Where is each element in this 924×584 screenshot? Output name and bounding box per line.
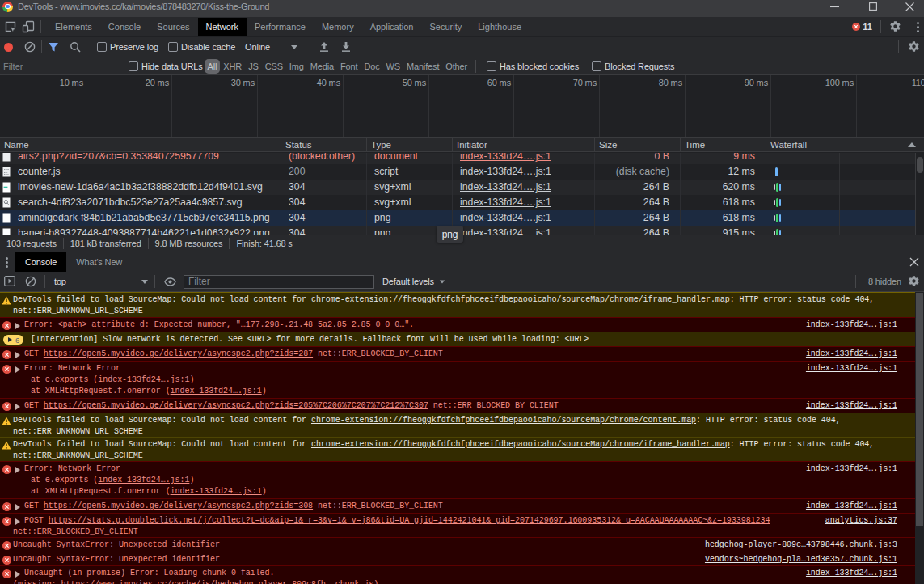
tab-security[interactable]: Security xyxy=(421,18,470,36)
source-location-link[interactable]: hedgehog-player-809c…43798446.chunk.js:3 xyxy=(705,540,897,549)
source-location-link[interactable]: index-133fd24….js:1 xyxy=(806,501,897,510)
expand-triangle-icon[interactable] xyxy=(15,366,20,373)
message-link[interactable]: https://stats.g.doubleclick.net/j/collec… xyxy=(49,516,770,525)
network-filter-input[interactable] xyxy=(3,61,120,71)
tab-memory[interactable]: Memory xyxy=(314,18,362,36)
filter-pill-doc[interactable]: Doc xyxy=(361,59,382,74)
console-error-message[interactable]: GET https://open5.myvideo.ge/delivery/as… xyxy=(0,398,915,413)
tab-network[interactable]: Network xyxy=(198,18,247,36)
source-location-link[interactable]: index-133fd24….js:1 xyxy=(806,364,897,373)
expand-triangle-icon[interactable] xyxy=(15,467,20,473)
column-header-size[interactable]: Size xyxy=(594,138,680,152)
tab-performance[interactable]: Performance xyxy=(247,18,314,36)
preserve-log-checkbox[interactable] xyxy=(97,42,107,52)
scrollbar-thumb[interactable] xyxy=(917,157,923,173)
live-expression-eye-icon[interactable] xyxy=(164,276,175,287)
network-settings-gear-icon[interactable] xyxy=(908,40,920,54)
tab-console[interactable]: Console xyxy=(100,18,149,36)
drawer-close-icon[interactable] xyxy=(909,257,919,269)
disable-cache-checkbox[interactable] xyxy=(168,42,178,52)
hide-data-urls-checkbox[interactable] xyxy=(129,61,138,71)
request-row[interactable]: airs2.php?zid=207&cb=0.3538407259577709(… xyxy=(0,153,915,164)
network-overview-timeline[interactable]: 10 ms20 ms30 ms40 ms50 ms60 ms70 ms80 ms… xyxy=(0,75,924,138)
source-location-link[interactable]: index-133fd24….js:1 xyxy=(806,349,897,358)
console-sidebar-toggle-icon[interactable] xyxy=(4,276,15,287)
search-icon[interactable] xyxy=(70,41,81,53)
message-link[interactable]: index-133fd24….js:1 xyxy=(171,487,262,496)
message-link[interactable]: chrome-extension://fheoggkfdfchfphceeifd… xyxy=(311,416,696,425)
drawer-tab-console[interactable]: Console xyxy=(15,252,66,272)
console-warning-message[interactable]: 6[Intervention] Slow network is detected… xyxy=(0,332,915,346)
expand-triangle-icon[interactable] xyxy=(15,518,20,525)
request-initiator-link[interactable]: index-133fd24….js:1 xyxy=(456,195,593,210)
source-location-link[interactable]: index-133fd24….js:1 xyxy=(806,320,897,329)
device-toolbar-icon[interactable] xyxy=(22,20,35,33)
source-location-link[interactable]: index-133fd24….js:1 xyxy=(806,464,897,473)
console-error-message[interactable]: Error: Network Errorat e.exports (index-… xyxy=(0,461,915,498)
filter-pill-font[interactable]: Font xyxy=(337,59,361,74)
filter-pill-all[interactable]: All xyxy=(205,59,221,74)
message-link[interactable]: index-133fd24….js:1 xyxy=(98,476,189,485)
clear-console-icon[interactable] xyxy=(25,276,36,287)
filter-pill-css[interactable]: CSS xyxy=(262,59,286,74)
expand-triangle-icon[interactable] xyxy=(15,571,20,578)
inspect-element-icon[interactable] xyxy=(4,20,17,33)
message-link[interactable]: (missing: https://www.imovies.cc/cache/j… xyxy=(13,580,378,584)
expand-triangle-icon[interactable] xyxy=(15,404,20,410)
filter-pill-img[interactable]: Img xyxy=(286,59,307,74)
tab-elements[interactable]: Elements xyxy=(47,18,100,36)
tab-application[interactable]: Application xyxy=(362,18,422,36)
column-header-time[interactable]: Time xyxy=(680,138,766,152)
column-header-type[interactable]: Type xyxy=(366,138,452,152)
tab-sources[interactable]: Sources xyxy=(149,18,197,36)
record-network-log-button[interactable] xyxy=(4,43,13,52)
console-error-message[interactable]: GET https://open5.myvideo.ge/delivery/as… xyxy=(0,498,915,513)
requests-table-scrollbar[interactable] xyxy=(917,154,923,218)
console-error-message[interactable]: Uncaught SyntaxError: Unexpected identif… xyxy=(0,537,915,552)
console-warning-message[interactable]: DevTools failed to load SourceMap: Could… xyxy=(0,292,915,317)
has-blocked-cookies-checkbox[interactable] xyxy=(487,61,496,71)
request-initiator-link[interactable]: index-133fd24….js:1 xyxy=(456,164,593,180)
request-initiator-link[interactable]: index-133fd24….js:1 xyxy=(456,153,593,164)
request-initiator-link[interactable]: index-133fd24….js:1 xyxy=(456,210,593,226)
request-row[interactable]: amindigedark-f84b1b21aba5d5e37715cb97efc… xyxy=(0,210,915,226)
blocked-requests-checkbox[interactable] xyxy=(592,61,601,71)
filter-pill-other[interactable]: Other xyxy=(442,59,470,74)
expand-triangle-icon[interactable] xyxy=(15,352,20,358)
drawer-kebab-icon[interactable] xyxy=(6,256,8,269)
filter-pill-media[interactable]: Media xyxy=(307,59,337,74)
window-close-button[interactable] xyxy=(897,0,922,13)
source-location-link[interactable]: vendors~hedgehog-pla…1ed3e357.chunk.js:1 xyxy=(705,555,897,564)
tab-lighthouse[interactable]: Lighthouse xyxy=(470,18,530,36)
export-har-icon[interactable] xyxy=(340,41,352,53)
console-settings-gear-icon[interactable] xyxy=(908,275,920,289)
console-error-message[interactable]: Error: Network Errorat e.exports (index-… xyxy=(0,361,915,398)
throttling-select[interactable]: Online xyxy=(245,42,270,52)
more-options-kebab-icon[interactable] xyxy=(917,20,919,34)
column-header-status[interactable]: Status xyxy=(281,138,366,152)
console-warning-message[interactable]: DevTools failed to load SourceMap: Could… xyxy=(0,437,915,461)
expand-triangle-icon[interactable] xyxy=(15,504,20,510)
request-row[interactable]: imovies-new-1da6a4ac1b3a2f38882ddfb12d4f… xyxy=(0,180,915,195)
message-link[interactable]: https://open5.myvideo.ge/delivery/asyncs… xyxy=(44,501,313,510)
message-link[interactable]: chrome-extension://fheoggkfdfchfphceeifd… xyxy=(311,440,730,449)
window-maximize-button[interactable] xyxy=(861,0,885,13)
clear-network-log-icon[interactable] xyxy=(24,41,36,53)
repeat-count-badge[interactable]: 6 xyxy=(3,335,23,345)
filter-pill-js[interactable]: JS xyxy=(245,59,262,74)
console-levels-select[interactable]: Default levels xyxy=(382,277,445,286)
request-initiator-link[interactable]: index-133fd24….js:1 xyxy=(456,226,593,235)
import-har-icon[interactable] xyxy=(319,41,330,53)
column-header-name[interactable]: Name xyxy=(0,138,281,152)
message-link[interactable]: index-133fd24….js:1 xyxy=(98,375,189,384)
column-header-initiator[interactable]: Initiator xyxy=(452,138,594,152)
drawer-tab-whatsnew[interactable]: What's New xyxy=(66,252,132,272)
console-scrollbar[interactable] xyxy=(916,293,923,583)
settings-gear-icon[interactable] xyxy=(889,20,901,34)
source-location-link[interactable]: index-133fd24….js:1 xyxy=(806,569,897,578)
console-error-message[interactable]: Error: <path> attribute d: Expected numb… xyxy=(0,317,915,332)
request-initiator-link[interactable]: index-133fd24….js:1 xyxy=(456,180,593,195)
console-error-message[interactable]: Uncaught (in promise) Error: Loading chu… xyxy=(0,565,915,584)
window-minimize-button[interactable] xyxy=(822,0,846,13)
console-error-message[interactable]: POST https://stats.g.doubleclick.net/j/c… xyxy=(0,513,915,537)
